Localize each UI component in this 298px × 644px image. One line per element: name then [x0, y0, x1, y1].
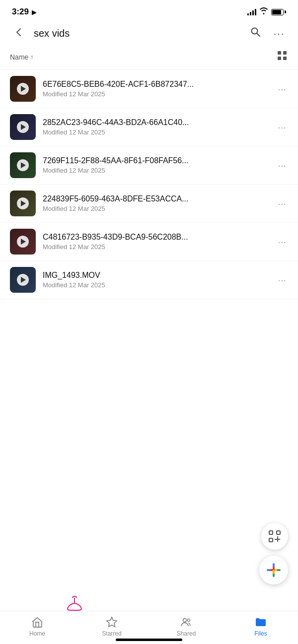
status-icons: [247, 7, 286, 16]
file-info: C4816723-B935-43D9-BCA9-56C208B... Modif…: [43, 233, 269, 251]
status-bar: 3:29 ▶: [0, 0, 298, 22]
header: sex vids ···: [0, 22, 298, 47]
file-thumbnail: [10, 229, 36, 255]
svg-line-1: [257, 33, 260, 36]
file-more-options[interactable]: ···: [276, 196, 288, 211]
file-thumbnail: [10, 191, 36, 216]
file-info: 6E76E8C5-BEB6-420E-ACF1-6B872347... Modi…: [43, 80, 269, 98]
nav-home-label: Home: [29, 630, 45, 637]
file-name: 2852AC23-946C-44A3-BD2A-66A1C40...: [43, 118, 269, 127]
grid-view-toggle[interactable]: [276, 50, 288, 64]
scan-button[interactable]: [261, 523, 288, 550]
file-thumbnail: [10, 267, 36, 293]
file-thumbnail: [10, 152, 36, 178]
status-time: 3:29: [12, 7, 29, 17]
sort-arrow-icon: ↑: [30, 54, 33, 61]
file-more-options[interactable]: ···: [276, 234, 288, 250]
file-name: IMG_1493.MOV: [43, 271, 269, 280]
wifi-icon: [259, 7, 268, 16]
svg-rect-5: [283, 57, 287, 60]
file-thumbnail: [10, 76, 36, 102]
nav-files-label: Files: [254, 630, 267, 637]
file-item[interactable]: IMG_1493.MOV Modified 12 Mar 2025 ···: [0, 261, 298, 299]
file-modified-date: Modified 12 Mar 2025: [43, 205, 269, 212]
file-list: 6E76E8C5-BEB6-420E-ACF1-6B872347... Modi…: [0, 70, 298, 299]
battery-icon: [271, 9, 286, 15]
file-modified-date: Modified 12 Mar 2025: [43, 90, 269, 98]
file-info: IMG_1493.MOV Modified 12 Mar 2025: [43, 271, 269, 289]
nav-files[interactable]: Files: [224, 611, 298, 644]
svg-rect-7: [277, 531, 280, 534]
svg-point-11: [183, 619, 187, 622]
play-button-icon: [17, 197, 29, 209]
play-button-icon: [17, 159, 29, 171]
file-name: 6E76E8C5-BEB6-420E-ACF1-6B872347...: [43, 80, 269, 89]
file-name: C4816723-B935-43D9-BCA9-56C208B...: [43, 233, 269, 242]
file-name: 224839F5-6059-463A-8DFE-E53ACCA...: [43, 194, 269, 203]
file-modified-date: Modified 12 Mar 2025: [43, 243, 269, 251]
file-info: 7269F115-2F88-45AA-8F61-F08FAF56... Modi…: [43, 156, 269, 174]
back-button[interactable]: [10, 27, 28, 40]
sort-bar: Name ↑: [0, 47, 298, 70]
play-button-icon: [17, 236, 29, 248]
play-button-icon: [17, 274, 29, 286]
file-info: 2852AC23-946C-44A3-BD2A-66A1C40... Modif…: [43, 118, 269, 136]
file-thumbnail: [10, 114, 36, 140]
more-options-button[interactable]: ···: [270, 28, 288, 39]
file-item[interactable]: 7269F115-2F88-45AA-8F61-F08FAF56... Modi…: [0, 146, 298, 185]
signal-bars-icon: [247, 8, 256, 15]
file-more-options[interactable]: ···: [276, 81, 288, 97]
file-modified-date: Modified 12 Mar 2025: [43, 129, 269, 136]
file-modified-date: Modified 12 Mar 2025: [43, 167, 269, 174]
file-modified-date: Modified 12 Mar 2025: [43, 281, 269, 289]
svg-point-12: [188, 619, 190, 622]
svg-rect-6: [269, 531, 273, 534]
folder-title: sex vids: [34, 28, 240, 39]
home-indicator: [116, 639, 182, 641]
sort-label[interactable]: Name ↑: [10, 53, 33, 61]
file-more-options[interactable]: ···: [276, 120, 288, 135]
file-info: 224839F5-6059-463A-8DFE-E53ACCA... Modif…: [43, 194, 269, 212]
svg-rect-3: [283, 51, 287, 55]
nav-starred-label: Starred: [102, 630, 121, 637]
location-icon: ▶: [32, 8, 37, 16]
play-button-icon: [17, 121, 29, 133]
plus-icon: [267, 563, 281, 577]
search-button[interactable]: [246, 26, 264, 41]
nav-home[interactable]: Home: [0, 611, 74, 644]
file-item[interactable]: 2852AC23-946C-44A3-BD2A-66A1C40... Modif…: [0, 108, 298, 146]
fab-container: [259, 523, 288, 584]
file-name: 7269F115-2F88-45AA-8F61-F08FAF56...: [43, 156, 269, 165]
add-button[interactable]: [259, 556, 288, 584]
nav-shared-label: Shared: [177, 630, 196, 637]
file-more-options[interactable]: ···: [276, 158, 288, 173]
play-button-icon: [17, 83, 29, 95]
file-item[interactable]: 224839F5-6059-463A-8DFE-E53ACCA... Modif…: [0, 185, 298, 223]
svg-rect-2: [278, 51, 281, 55]
file-item[interactable]: 6E76E8C5-BEB6-420E-ACF1-6B872347... Modi…: [0, 70, 298, 108]
file-more-options[interactable]: ···: [276, 272, 288, 288]
svg-rect-4: [278, 57, 281, 60]
svg-rect-8: [269, 538, 273, 542]
file-item[interactable]: C4816723-B935-43D9-BCA9-56C208B... Modif…: [0, 223, 298, 261]
